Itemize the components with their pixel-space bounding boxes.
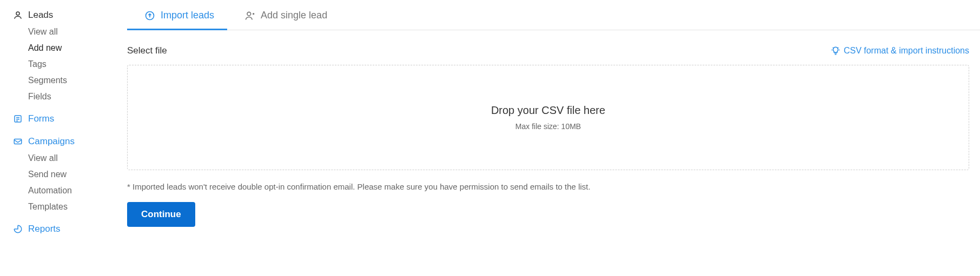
help-link-text: CSV format & import instructions <box>844 46 969 56</box>
continue-button[interactable]: Continue <box>127 202 195 227</box>
sidebar-item-segments[interactable]: Segments <box>28 72 127 89</box>
lightbulb-icon <box>831 46 840 56</box>
sidebar-sub-leads: View all Add new Tags Segments Fields <box>13 24 127 105</box>
csv-dropzone[interactable]: Drop your CSV file here Max file size: 1… <box>127 65 969 170</box>
svg-point-0 <box>16 12 19 15</box>
sidebar: Leads View all Add new Tags Segments Fie… <box>0 0 127 276</box>
sidebar-item-templates[interactable]: Templates <box>28 199 127 215</box>
tab-import-leads[interactable]: Import leads <box>127 0 227 30</box>
envelope-icon <box>13 137 23 146</box>
tab-add-single-lead[interactable]: Add single lead <box>227 0 340 30</box>
sidebar-header-reports[interactable]: Reports <box>13 220 127 238</box>
user-plus-icon <box>244 10 255 21</box>
section-title: Select file <box>127 45 167 56</box>
svg-line-12 <box>833 48 833 48</box>
sidebar-header-forms[interactable]: Forms <box>13 110 127 127</box>
main-content: Import leads Add single lead Select file <box>127 0 980 276</box>
form-icon <box>13 114 23 124</box>
csv-help-link[interactable]: CSV format & import instructions <box>831 46 969 56</box>
sidebar-item-tags[interactable]: Tags <box>28 56 127 72</box>
sidebar-section-leads: Leads View all Add new Tags Segments Fie… <box>13 6 127 105</box>
tabs: Import leads Add single lead <box>127 0 980 30</box>
sidebar-label: Campaigns <box>28 136 75 147</box>
import-note: * Imported leads won't receive double op… <box>127 182 969 191</box>
sidebar-header-leads[interactable]: Leads <box>13 6 127 24</box>
tab-label: Import leads <box>161 10 214 21</box>
sidebar-label: Reports <box>28 224 61 234</box>
user-icon <box>13 10 23 20</box>
section-header: Select file CSV format & imp <box>127 45 969 56</box>
sidebar-sub-campaigns: View all Send new Automation Templates <box>13 150 127 215</box>
sidebar-item-automation[interactable]: Automation <box>28 183 127 199</box>
sidebar-item-view-all[interactable]: View all <box>28 24 127 40</box>
tab-label: Add single lead <box>261 10 327 21</box>
sidebar-section-campaigns: Campaigns View all Send new Automation T… <box>13 133 127 215</box>
svg-line-13 <box>838 48 838 48</box>
sidebar-header-campaigns[interactable]: Campaigns <box>13 133 127 150</box>
sidebar-item-campaigns-view-all[interactable]: View all <box>28 150 127 166</box>
dropzone-subtitle: Max file size: 10MB <box>515 122 581 131</box>
chart-icon <box>13 224 23 234</box>
sidebar-section-forms: Forms <box>13 110 127 127</box>
sidebar-label: Leads <box>28 10 53 21</box>
svg-point-7 <box>247 12 251 16</box>
sidebar-item-fields[interactable]: Fields <box>28 89 127 105</box>
upload-circle-icon <box>144 10 155 21</box>
dropzone-title: Drop your CSV file here <box>491 104 605 117</box>
sidebar-item-send-new[interactable]: Send new <box>28 166 127 183</box>
content-area: Select file CSV format & imp <box>127 30 969 227</box>
svg-rect-5 <box>14 139 22 144</box>
sidebar-item-add-new[interactable]: Add new <box>28 40 127 56</box>
sidebar-section-reports: Reports <box>13 220 127 238</box>
sidebar-label: Forms <box>28 113 54 124</box>
